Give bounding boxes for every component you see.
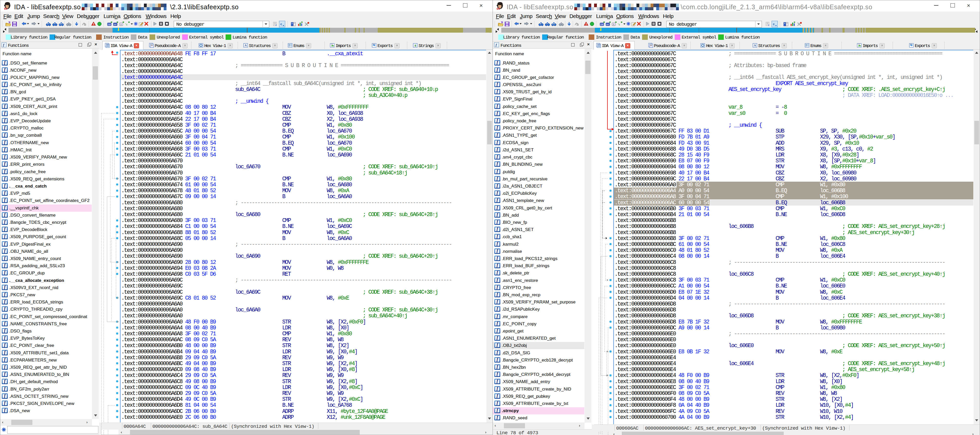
svg-text:101: 101 [59, 23, 62, 25]
svg-text:A: A [245, 44, 247, 47]
svg-text:64: 64 [4, 7, 8, 10]
svg-text:COD: COD [600, 24, 604, 26]
svg-text:A: A [613, 23, 615, 26]
svg-text:c: c [275, 24, 277, 27]
svg-text:101: 101 [552, 23, 555, 25]
svg-text:‘s: ‘s [125, 22, 127, 26]
svg-text:#: # [540, 22, 541, 25]
svg-text:‘s: ‘s [618, 22, 620, 26]
svg-text:COD: COD [108, 24, 111, 26]
svg-text:T: T [54, 22, 55, 25]
svg-text:c: c [280, 22, 282, 26]
svg-text:T: T [547, 22, 548, 25]
svg-text:#: # [47, 22, 49, 25]
svg-text:A: A [754, 44, 756, 47]
svg-text:A: A [120, 23, 122, 26]
svg-text:c: c [768, 24, 769, 27]
svg-text:s: s [414, 44, 416, 48]
svg-text:DAT: DAT [114, 24, 117, 26]
svg-text:64: 64 [497, 7, 500, 10]
svg-text:c: c [773, 22, 775, 26]
svg-text:DAT: DAT [606, 24, 609, 26]
